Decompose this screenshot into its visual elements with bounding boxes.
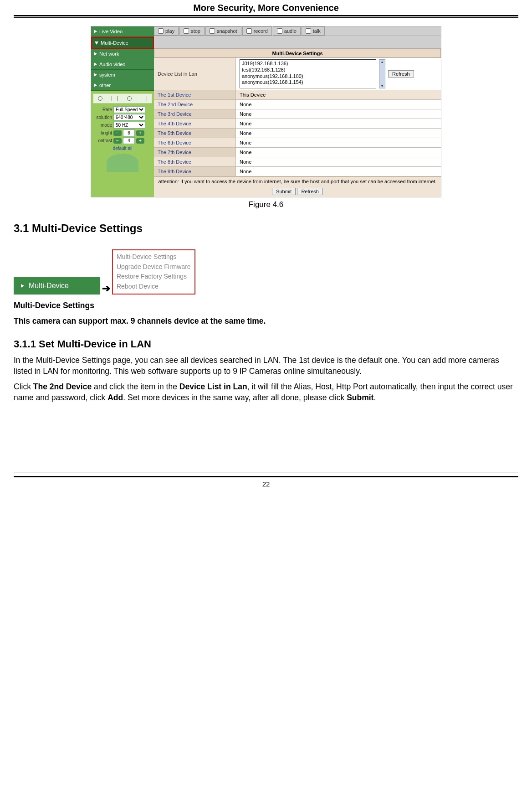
play-button[interactable]: play xyxy=(154,26,179,36)
btn-label: stop xyxy=(191,28,200,34)
multi-device-button[interactable]: Multi-Device xyxy=(14,277,100,295)
attention-text: attention: If you want to access the dev… xyxy=(154,176,441,186)
text: . Set more devices in the same way, afte… xyxy=(123,393,347,402)
device-row-label[interactable]: The 1st Device xyxy=(154,90,236,99)
device-list-label: Device List in Lan xyxy=(154,58,236,90)
grid-icon[interactable] xyxy=(141,96,147,101)
scroll-up-icon[interactable]: ▴ xyxy=(379,60,385,64)
text-bold: Submit xyxy=(347,393,373,402)
btn-label: talk xyxy=(313,28,321,34)
plus-button[interactable]: + xyxy=(136,130,144,136)
mode-select[interactable]: 50 HZ xyxy=(113,122,145,129)
device-row-label[interactable]: The 8th Device xyxy=(154,157,236,166)
triangle-right-icon xyxy=(94,83,97,87)
device-row-label[interactable]: The 3rd Device xyxy=(154,109,236,119)
device-row-value: None xyxy=(236,138,441,147)
minus-button[interactable]: − xyxy=(113,138,122,144)
audio-button[interactable]: audio xyxy=(273,26,301,36)
mds-title: Multi-Device Settings xyxy=(154,49,441,58)
list-item[interactable]: test(192.168.1.128) xyxy=(242,67,374,73)
device-row-label[interactable]: The 7th Device xyxy=(154,148,236,157)
stop-icon xyxy=(184,28,189,34)
refresh-button[interactable]: Refresh xyxy=(388,70,414,78)
radio-icon[interactable] xyxy=(98,96,102,101)
contrast-input[interactable] xyxy=(123,137,135,144)
device-row-label[interactable]: The 9th Device xyxy=(154,167,236,176)
triangle-right-icon xyxy=(94,52,97,56)
device-row-value: None xyxy=(236,129,441,138)
paragraph-2: Click The 2nd Device and click the item … xyxy=(14,381,518,403)
talk-button[interactable]: talk xyxy=(302,26,325,36)
btn-label: record xyxy=(254,28,268,34)
device-row-value: None xyxy=(236,167,441,176)
menu-item[interactable]: Multi-Device Settings xyxy=(117,252,191,262)
solution-label: solution xyxy=(93,115,112,120)
nav-audio-video[interactable]: Audio video xyxy=(91,59,154,70)
mds-body: Device List in Lan J019(192.168.1.136) t… xyxy=(154,58,441,197)
snapshot-icon xyxy=(210,28,215,34)
nav-multi-device[interactable]: Multi-Device xyxy=(91,37,154,49)
solution-select[interactable]: 640*480 xyxy=(113,114,145,121)
device-row-label[interactable]: The 6th Device xyxy=(154,138,236,147)
inline-figure: Multi-Device ➔ Multi-Device Settings Upg… xyxy=(14,249,518,295)
talk-icon xyxy=(306,28,311,34)
device-row-label[interactable]: The 4th Device xyxy=(154,119,236,128)
radio-icon[interactable] xyxy=(127,96,132,101)
rule-thin xyxy=(14,472,518,472)
device-list-cell: J019(192.168.1.136) test(192.168.1.128) … xyxy=(236,58,441,90)
nav-network[interactable]: Net work xyxy=(91,49,154,59)
arrow-right-icon: ➔ xyxy=(101,283,111,295)
menu-item[interactable]: Upgrade Device Firmware xyxy=(117,262,191,272)
list-item[interactable]: anonymous(192.168.1.154) xyxy=(242,79,374,86)
device-row-label[interactable]: The 5th Device xyxy=(154,129,236,138)
context-menu: Multi-Device Settings Upgrade Device Fir… xyxy=(112,249,195,295)
scroll-down-icon[interactable]: ▾ xyxy=(379,84,385,88)
nav-label: system xyxy=(99,72,115,78)
triangle-down-icon xyxy=(95,41,98,45)
record-button[interactable]: record xyxy=(242,26,272,36)
top-toolbar: play stop snapshot record audio talk xyxy=(154,26,441,36)
refresh-button[interactable]: Refresh xyxy=(297,188,323,195)
btn-label: audio xyxy=(284,28,297,34)
device-listbox[interactable]: J019(192.168.1.136) test(192.168.1.128) … xyxy=(240,59,376,88)
stop-button[interactable]: stop xyxy=(179,26,205,36)
toolbar-spacer xyxy=(154,36,441,49)
support-line: This camera can support max. 9 channels … xyxy=(14,315,518,326)
device-row-value: None xyxy=(236,100,441,109)
list-item[interactable]: anonymous(192.168.1.180) xyxy=(242,73,374,80)
plus-button[interactable]: + xyxy=(136,138,144,144)
minus-button[interactable]: − xyxy=(113,130,122,136)
scrollbar[interactable]: ▴▾ xyxy=(379,59,385,88)
btn-label: Multi-Device xyxy=(29,282,69,290)
btn-label: snapshot xyxy=(217,28,237,34)
text: Click xyxy=(14,382,33,391)
nav-live-video[interactable]: Live Video xyxy=(91,26,154,37)
device-row-value: None xyxy=(236,148,441,157)
rule-thin xyxy=(14,17,518,18)
audio-icon xyxy=(277,28,282,34)
triangle-right-icon xyxy=(21,284,24,288)
submit-button[interactable]: Submit xyxy=(272,188,296,195)
triangle-right-icon xyxy=(94,62,97,66)
device-row-value: None xyxy=(236,109,441,119)
nav-other[interactable]: other xyxy=(91,80,154,91)
ptz-dpad[interactable] xyxy=(107,154,138,172)
menu-item[interactable]: Restore Factory Settings xyxy=(117,272,191,282)
nav-label: Live Video xyxy=(99,29,123,34)
list-item[interactable]: J019(192.168.1.136) xyxy=(242,61,374,67)
snapshot-button[interactable]: snapshot xyxy=(205,26,241,36)
device-row-label[interactable]: The 2nd Device xyxy=(154,100,236,109)
nav-label: Net work xyxy=(99,51,119,57)
menu-item[interactable]: Reboot Device xyxy=(117,282,191,292)
btn-label: play xyxy=(165,28,174,34)
triangle-right-icon xyxy=(94,73,97,77)
device-row-value: This Device xyxy=(236,90,441,99)
device-row-value: None xyxy=(236,119,441,128)
bright-input[interactable] xyxy=(123,129,135,136)
default-all-link[interactable]: default all xyxy=(93,146,152,151)
figure-caption: Figure 4.6 xyxy=(91,200,441,209)
text-bold: Device List in Lan xyxy=(179,382,247,391)
grid-icon[interactable] xyxy=(112,96,118,101)
nav-system[interactable]: system xyxy=(91,70,154,80)
rate-select[interactable]: Full-Speed xyxy=(113,106,145,113)
